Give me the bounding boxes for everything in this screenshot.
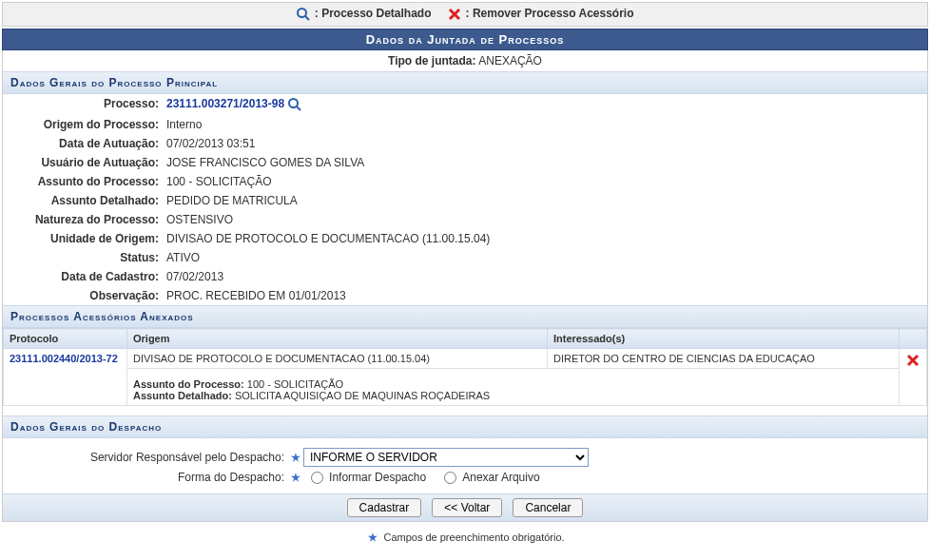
svg-point-4 — [289, 99, 298, 107]
assunto-det-label: Assunto Detalhado: — [3, 191, 163, 210]
tipo-juntada-value: ANEXAÇÃO — [478, 54, 542, 68]
data-autuacao-label: Data de Autuação: — [3, 134, 163, 153]
acessorios-table: Protocolo Origem Interessado(s) 23111.00… — [3, 328, 927, 406]
processo-label: Processo: — [3, 94, 163, 115]
required-star-icon: ★ — [368, 531, 378, 543]
footnote: ★ Campos de preenchimento obrigatório. — [0, 528, 930, 548]
magnifier-icon — [296, 7, 311, 22]
observacao-label: Observação: — [3, 286, 163, 305]
legend-bar: : Processo Detalhado : Remover Processo … — [2, 2, 928, 27]
required-star-icon: ★ — [291, 452, 300, 464]
table-row-detail: Assunto do Processo: 100 - SOLICITAÇÃO A… — [4, 369, 927, 406]
usuario-autuacao-label: Usuário de Autuação: — [3, 153, 163, 172]
unidade-label: Unidade de Origem: — [3, 229, 163, 248]
col-interessado: Interessado(s) — [548, 329, 900, 349]
legend-detail-label: : Processo Detalhado — [315, 7, 432, 20]
svg-line-5 — [297, 106, 300, 110]
radio-anexar[interactable] — [444, 472, 456, 484]
servidor-select[interactable]: INFORME O SERVIDOR — [303, 448, 589, 467]
data-autuacao-value: 07/02/2013 03:51 — [163, 134, 927, 153]
voltar-button[interactable]: << Voltar — [432, 498, 502, 517]
footer-link-row: Portal Administrativo — [0, 548, 930, 560]
section-principal-title: Dados Gerais do Processo Principal — [3, 71, 927, 94]
radio-informar-label[interactable]: Informar Despacho — [329, 471, 426, 484]
cadastrar-button[interactable]: Cadastrar — [347, 498, 422, 517]
acessorio-interessado: DIRETOR DO CENTRO DE CIENCIAS DA EDUCAÇA… — [548, 349, 900, 369]
processo-link[interactable]: 23111.003271/2013-98 — [166, 97, 284, 110]
svg-line-1 — [305, 16, 309, 20]
observacao-value: PROC. RECEBIDO EM 01/01/2013 — [163, 286, 927, 305]
natureza-value: OSTENSIVO — [163, 210, 927, 229]
natureza-label: Natureza do Processo: — [3, 210, 163, 229]
assunto-label: Assunto do Processo: — [3, 172, 163, 191]
forma-label: Forma do Despacho: — [3, 471, 288, 484]
section-acessorios-title: Processos Acessórios Anexados — [3, 305, 927, 328]
acessorio-assunto-det-value: SOLICITA AQUISIÇAO DE MAQUINAS ROÇADEIRA… — [235, 390, 490, 401]
unidade-value: DIVISAO DE PROTOCOLO E DOCUMENTACAO (11.… — [163, 229, 927, 248]
col-protocolo: Protocolo — [4, 329, 127, 349]
radio-informar[interactable] — [311, 472, 323, 484]
status-value: ATIVO — [163, 248, 927, 267]
button-row: Cadastrar << Voltar Cancelar — [3, 493, 927, 521]
acessorio-origem: DIVISAO DE PROTOCOLO E DOCUMENTACAO (11.… — [127, 349, 548, 369]
despacho-form: Servidor Responsável pelo Despacho: ★ IN… — [3, 438, 927, 493]
data-cadastro-value: 07/02/2013 — [163, 267, 927, 286]
acessorio-assunto-value: 100 - SOLICITAÇÃO — [247, 378, 343, 390]
close-icon — [447, 7, 462, 22]
section-despacho-title: Dados Gerais do Despacho — [3, 415, 927, 438]
usuario-autuacao-value: JOSE FRANCISCO GOMES DA SILVA — [163, 153, 927, 172]
acessorio-protocolo-link[interactable]: 23111.002440/2013-72 — [10, 353, 118, 364]
acessorio-assunto-label: Assunto do Processo: — [133, 378, 244, 390]
svg-point-0 — [298, 9, 306, 17]
acessorio-assunto-det-label: Assunto Detalhado: — [133, 390, 232, 401]
main-header: Dados da Juntada de Processos — [2, 29, 928, 50]
assunto-value: 100 - SOLICITAÇÃO — [163, 172, 927, 191]
remove-acessorio-icon[interactable] — [905, 353, 920, 368]
status-label: Status: — [3, 248, 163, 267]
magnifier-icon[interactable] — [287, 97, 302, 112]
tipo-juntada-row: Tipo de juntada: ANEXAÇÃO — [3, 50, 927, 71]
origem-label: Origem do Processo: — [3, 115, 163, 134]
servidor-label: Servidor Responsável pelo Despacho: — [3, 451, 288, 464]
radio-anexar-label[interactable]: Anexar Arquivo — [462, 471, 539, 484]
assunto-det-value: PEDIDO DE MATRICULA — [163, 191, 927, 210]
cancelar-button[interactable]: Cancelar — [513, 498, 583, 517]
main-panel: Tipo de juntada: ANEXAÇÃO Dados Gerais d… — [2, 50, 928, 522]
col-actions — [900, 329, 927, 349]
required-star-icon: ★ — [291, 472, 300, 484]
origem-value: Interno — [163, 115, 927, 134]
data-cadastro-label: Data de Cadastro: — [3, 267, 163, 286]
col-origem: Origem — [127, 329, 548, 349]
principal-details-table: Processo: 23111.003271/2013-98 Origem do… — [3, 94, 927, 305]
table-row: 23111.002440/2013-72 DIVISAO DE PROTOCOL… — [4, 349, 927, 369]
tipo-juntada-label: Tipo de juntada: — [388, 54, 475, 68]
legend-remove-label: : Remover Processo Acessório — [466, 7, 634, 20]
